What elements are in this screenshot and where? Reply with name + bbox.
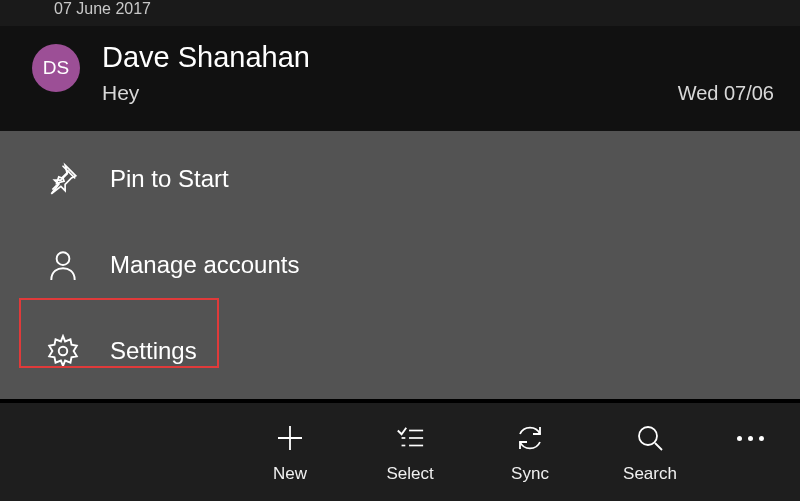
bar-label: Select (386, 464, 433, 484)
email-date: Wed 07/06 (678, 82, 774, 105)
search-icon (634, 420, 666, 456)
pin-icon (44, 160, 82, 198)
sync-button[interactable]: Sync (470, 403, 590, 501)
person-icon (44, 246, 82, 284)
menu-label: Settings (110, 337, 197, 365)
menu-label: Pin to Start (110, 165, 229, 193)
date-group-text: 07 June 2017 (54, 0, 151, 17)
search-button[interactable]: Search (590, 403, 710, 501)
context-menu: Pin to Start Manage accounts Settings (0, 131, 800, 399)
svg-point-0 (57, 252, 70, 265)
sync-icon (514, 420, 546, 456)
date-group-header: 07 June 2017 (0, 0, 800, 26)
gear-icon (44, 332, 82, 370)
email-preview: Hey (102, 81, 139, 105)
more-button[interactable] (710, 403, 790, 501)
svg-line-8 (655, 443, 662, 450)
bar-label: Search (623, 464, 677, 484)
avatar: DS (32, 44, 80, 92)
bar-label (748, 464, 753, 484)
email-content: Dave Shanahan Hey Wed 07/06 (102, 40, 774, 105)
email-list-item[interactable]: DS Dave Shanahan Hey Wed 07/06 (0, 26, 800, 146)
new-button[interactable]: New (230, 403, 350, 501)
menu-label: Manage accounts (110, 251, 299, 279)
bar-label: Sync (511, 464, 549, 484)
command-bar: New Select Sync (0, 403, 800, 501)
svg-point-7 (639, 427, 657, 445)
menu-item-settings[interactable]: Settings (0, 308, 800, 394)
menu-item-manage-accounts[interactable]: Manage accounts (0, 222, 800, 308)
select-list-icon (393, 420, 427, 456)
select-button[interactable]: Select (350, 403, 470, 501)
sender-name: Dave Shanahan (102, 40, 774, 75)
menu-item-pin-to-start[interactable]: Pin to Start (0, 136, 800, 222)
avatar-initials: DS (43, 57, 69, 79)
plus-icon (274, 420, 306, 456)
bar-label: New (273, 464, 307, 484)
ellipsis-icon (737, 420, 764, 456)
svg-point-1 (59, 347, 68, 356)
